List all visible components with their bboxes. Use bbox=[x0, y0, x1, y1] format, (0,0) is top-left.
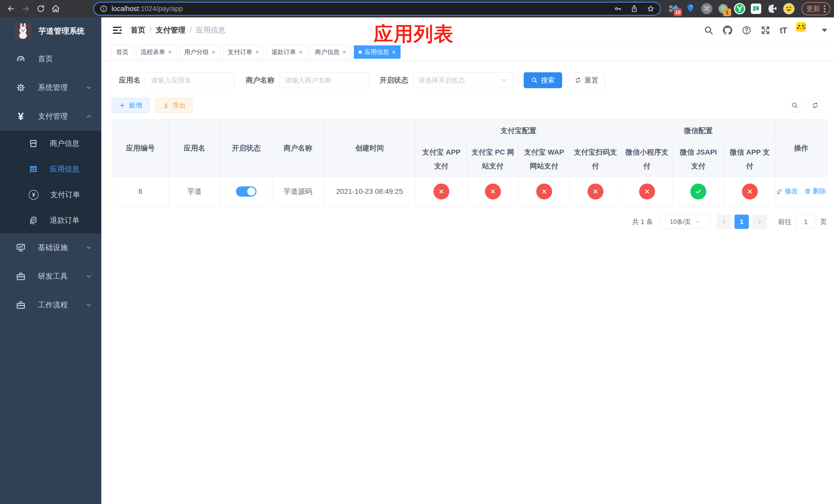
tab-pay-order[interactable]: 支付订单 bbox=[223, 45, 264, 59]
extension-yuque[interactable] bbox=[733, 2, 746, 15]
url-bar[interactable]: localhost:1024/pay/app bbox=[93, 2, 661, 16]
page-content: 应用名 商户名称 开启状态 请选择开启状态 搜索 bbox=[101, 61, 834, 229]
help-icon[interactable] bbox=[742, 25, 751, 35]
extensions-puzzle-button[interactable] bbox=[766, 2, 779, 15]
status-disabled-icon bbox=[588, 184, 603, 200]
extension-command[interactable]: ⌘ bbox=[700, 2, 713, 15]
close-icon[interactable] bbox=[211, 50, 216, 54]
extension-recorder[interactable]: 1 bbox=[717, 2, 730, 15]
browser-update-button[interactable]: 更新 bbox=[802, 2, 830, 15]
sidebar-item-label: 支付管理 bbox=[38, 111, 68, 121]
tab-home[interactable]: 首页 bbox=[112, 45, 133, 59]
goto-page-input[interactable] bbox=[795, 214, 816, 229]
refresh-table-button[interactable] bbox=[808, 98, 823, 113]
tags-view-bar: 首页 流程表单 用户分组 支付订单 退款订单 商户信息 应用信息 bbox=[101, 43, 834, 61]
sidebar-item-refund-order[interactable]: 退款订单 bbox=[0, 208, 101, 233]
tab-user-group[interactable]: 用户分组 bbox=[179, 45, 220, 59]
status-toggle-on[interactable] bbox=[236, 186, 257, 197]
profile-emoji-avatar[interactable] bbox=[783, 2, 795, 15]
browser-back-button[interactable] bbox=[4, 1, 19, 16]
page-size-select[interactable]: 10条/页 bbox=[660, 214, 710, 229]
breadcrumb-home[interactable]: 首页 bbox=[131, 25, 146, 36]
url-host: localhost bbox=[112, 5, 139, 13]
github-icon[interactable] bbox=[723, 25, 732, 35]
bookmark-star-icon[interactable] bbox=[647, 5, 655, 13]
page-size-value: 10条/页 bbox=[670, 217, 690, 226]
merchant-name-input[interactable] bbox=[279, 72, 369, 88]
edit-link[interactable]: 修改 bbox=[776, 187, 798, 196]
tab-process-form[interactable]: 流程表单 bbox=[136, 45, 177, 59]
sidebar-collapse-icon[interactable] bbox=[112, 25, 123, 36]
briefcase-icon bbox=[16, 300, 26, 310]
pagination: 共 1 条 10条/页 1 前往 页 bbox=[112, 214, 827, 229]
extension-chat[interactable] bbox=[750, 2, 763, 15]
close-icon[interactable] bbox=[392, 50, 396, 54]
password-key-icon[interactable] bbox=[614, 5, 622, 13]
col-merchant: 商户名称 bbox=[272, 120, 324, 177]
search-button[interactable]: 搜索 bbox=[524, 72, 562, 88]
site-info-icon[interactable] bbox=[100, 5, 107, 13]
app-title: 芋道管理系统 bbox=[39, 26, 85, 37]
browser-reload-button[interactable] bbox=[33, 1, 48, 16]
tab-label: 用户分组 bbox=[184, 48, 209, 56]
export-button[interactable]: 导出 bbox=[155, 98, 193, 113]
table-row: 6 芋道 芋道源码 2021-10-23 08:49:25 bbox=[112, 177, 827, 206]
reset-button[interactable]: 重置 bbox=[568, 72, 605, 88]
next-page-button[interactable] bbox=[752, 214, 767, 229]
avatar-dropdown-caret[interactable] bbox=[822, 29, 827, 32]
tab-label: 商户信息 bbox=[315, 48, 339, 56]
browser-home-button[interactable] bbox=[48, 1, 63, 16]
main-area: 应用列表 首页 / 支付管理 / 应用信息 tT bbox=[101, 18, 834, 504]
prev-page-button[interactable] bbox=[717, 214, 731, 229]
reload-icon bbox=[37, 4, 45, 13]
status-enabled-icon bbox=[690, 184, 706, 200]
status-select[interactable]: 请选择开启状态 bbox=[413, 72, 513, 88]
export-button-label: 导出 bbox=[172, 101, 186, 110]
header-search-icon[interactable] bbox=[704, 25, 714, 35]
reset-button-label: 重置 bbox=[585, 76, 598, 85]
browser-forward-button[interactable] bbox=[19, 1, 33, 16]
breadcrumb-section[interactable]: 支付管理 bbox=[156, 25, 185, 36]
payment-submenu: 商户信息 应用信息 ¥ 支付订单 退款订单 bbox=[0, 131, 101, 233]
chevron-down-icon bbox=[85, 244, 92, 251]
trash-icon bbox=[805, 188, 811, 194]
close-icon[interactable] bbox=[255, 50, 259, 54]
chevron-down-icon bbox=[85, 302, 92, 308]
sidebar-item-infrastructure[interactable]: 基础设施 bbox=[0, 233, 101, 262]
goto-label: 前往 bbox=[778, 217, 791, 226]
back-icon bbox=[7, 4, 15, 13]
delete-link[interactable]: 删除 bbox=[805, 187, 826, 196]
sidebar-item-home[interactable]: 首页 bbox=[0, 45, 101, 73]
forward-icon bbox=[22, 4, 30, 13]
current-page-button[interactable]: 1 bbox=[734, 214, 749, 229]
fullscreen-icon[interactable] bbox=[761, 25, 770, 35]
breadcrumb: 首页 / 支付管理 / 应用信息 bbox=[131, 25, 225, 36]
pay-order-icon: ¥ bbox=[29, 190, 39, 200]
close-icon[interactable] bbox=[299, 50, 303, 54]
font-size-icon[interactable]: tT bbox=[780, 25, 787, 36]
tab-label: 退款订单 bbox=[271, 48, 296, 56]
share-icon[interactable] bbox=[630, 5, 638, 13]
extension-raindrop[interactable]: 10 bbox=[667, 2, 680, 15]
user-avatar[interactable] bbox=[796, 22, 812, 39]
close-icon[interactable] bbox=[168, 50, 172, 54]
sidebar-item-payment[interactable]: ¥ 支付管理 bbox=[0, 102, 101, 131]
status-disabled-icon bbox=[742, 184, 758, 200]
toggle-search-button[interactable] bbox=[787, 98, 802, 113]
sidebar-item-label: 支付订单 bbox=[50, 190, 80, 200]
sidebar-item-pay-order[interactable]: ¥ 支付订单 bbox=[0, 182, 101, 208]
tab-refund-order[interactable]: 退款订单 bbox=[267, 45, 307, 59]
sidebar-item-app-info[interactable]: 应用信息 bbox=[0, 156, 101, 182]
app-name-input[interactable] bbox=[145, 72, 235, 88]
close-icon[interactable] bbox=[342, 50, 347, 54]
sidebar-item-label: 研发工具 bbox=[38, 271, 68, 281]
browser-menu-icon[interactable] bbox=[824, 4, 826, 14]
sidebar-item-merchant-info[interactable]: 商户信息 bbox=[0, 131, 101, 156]
add-button[interactable]: 新增 bbox=[112, 98, 149, 113]
sidebar-item-dev-tools[interactable]: 研发工具 bbox=[0, 262, 101, 291]
sidebar-logo[interactable]: 芋道管理系统 bbox=[0, 18, 101, 45]
extension-balloon[interactable] bbox=[684, 2, 697, 15]
sidebar-item-workflow[interactable]: 工作流程 bbox=[0, 291, 101, 319]
sidebar-item-system[interactable]: 系统管理 bbox=[0, 73, 101, 102]
tab-merchant-info[interactable]: 商户信息 bbox=[310, 45, 351, 59]
